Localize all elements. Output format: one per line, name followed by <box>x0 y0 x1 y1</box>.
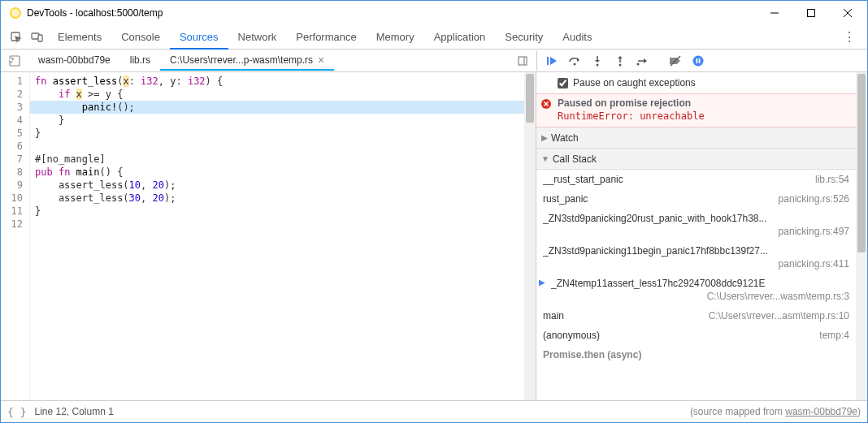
stack-frame[interactable]: ▶_ZN4temp11assert_less17hc29247008ddc912… <box>536 274 856 306</box>
watch-section-header[interactable]: ▶ Watch <box>536 127 856 149</box>
stack-frame-function: rust_panic <box>543 193 588 205</box>
pause-on-caught-checkbox[interactable] <box>558 78 568 88</box>
line-number[interactable]: 10 <box>1 192 29 205</box>
close-tab-icon[interactable]: × <box>318 50 324 70</box>
panel-tab-console[interactable]: Console <box>111 25 170 50</box>
overflow-menu-icon[interactable]: ⋮ <box>836 29 862 45</box>
svg-point-19 <box>637 63 640 65</box>
line-number[interactable]: 2 <box>1 88 29 101</box>
line-number[interactable]: 12 <box>1 218 29 231</box>
line-number[interactable]: 7 <box>1 153 29 166</box>
code-line[interactable]: } <box>30 205 536 218</box>
minimize-button[interactable] <box>756 2 792 24</box>
window-titlebar: DevTools - localhost:5000/temp <box>1 1 867 25</box>
panel-tab-network[interactable]: Network <box>228 25 287 50</box>
line-number[interactable]: 9 <box>1 179 29 192</box>
stack-frame-location[interactable]: lib.rs:54 <box>815 174 849 185</box>
app-icon <box>9 6 22 19</box>
callstack-section-label: Call Stack <box>553 153 597 165</box>
pause-on-exceptions-icon[interactable] <box>688 51 708 71</box>
line-number[interactable]: 8 <box>1 166 29 179</box>
file-tab[interactable]: wasm-00bbd79e <box>28 51 120 71</box>
step-over-icon[interactable] <box>565 51 584 71</box>
stack-frame[interactable]: _ZN3std9panicking11begin_panic17hf8bbc13… <box>536 241 856 274</box>
line-number[interactable]: 4 <box>1 114 29 127</box>
line-number[interactable]: 11 <box>1 205 29 218</box>
stack-frame-location[interactable]: C:\Users\rrever...wasm\temp.rs:3 <box>551 291 849 302</box>
svg-rect-12 <box>547 57 549 65</box>
inspect-icon[interactable] <box>6 27 27 48</box>
panel-tab-sources[interactable]: Sources <box>170 25 228 50</box>
file-tab[interactable]: C:\Users\rrever...p-wasm\temp.rs× <box>160 51 334 71</box>
callstack-section-header[interactable]: ▼ Call Stack <box>536 149 856 170</box>
pause-banner: Paused on promise rejection RuntimeError… <box>536 93 856 127</box>
panel-tab-security[interactable]: Security <box>495 25 553 50</box>
code-line[interactable]: fn assert_less(x: i32, y: i32) { <box>30 75 536 88</box>
stack-frame-location[interactable]: panicking.rs:497 <box>543 226 849 237</box>
code-line[interactable]: assert_less(30, 20); <box>30 192 536 205</box>
sidebar-scrollbar[interactable] <box>856 72 867 400</box>
code-line[interactable]: assert_less(10, 20); <box>30 179 536 192</box>
file-tab[interactable]: lib.rs <box>120 51 160 71</box>
source-map-link[interactable]: wasm-00bbd79e <box>785 406 857 417</box>
stack-frame-function: _ZN4temp11assert_less17hc29247008ddc9121… <box>551 278 849 289</box>
line-number[interactable]: 5 <box>1 127 29 140</box>
code-content[interactable]: fn assert_less(x: i32, y: i32) { if x >=… <box>30 72 536 400</box>
code-line[interactable]: panic!(); <box>30 101 536 114</box>
close-button[interactable] <box>829 2 866 24</box>
panel-tab-elements[interactable]: Elements <box>48 25 111 50</box>
code-line[interactable]: pub fn main() { <box>30 166 536 179</box>
svg-point-15 <box>597 63 599 66</box>
pause-on-caught-checkbox-row[interactable]: Pause on caught exceptions <box>536 72 856 93</box>
pretty-print-icon[interactable]: { } <box>7 406 26 418</box>
stack-frame[interactable]: (anonymous)temp:4 <box>536 326 856 345</box>
resume-icon[interactable] <box>542 51 562 71</box>
code-line[interactable] <box>30 218 536 231</box>
pause-on-caught-label: Pause on caught exceptions <box>573 77 696 88</box>
step-into-icon[interactable] <box>588 51 607 71</box>
code-line[interactable] <box>30 140 536 153</box>
source-editor[interactable]: 123456789101112 fn assert_less(x: i32, y… <box>1 72 536 400</box>
line-number[interactable]: 1 <box>1 75 29 88</box>
pause-title: Paused on promise rejection <box>558 97 851 109</box>
code-line[interactable]: if x >= y { <box>30 88 536 101</box>
stack-frame[interactable]: mainC:\Users\rrever...asm\temp.rs:10 <box>536 306 856 326</box>
svg-rect-8 <box>38 35 42 41</box>
stack-frame-location[interactable]: panicking.rs:411 <box>543 258 849 270</box>
stack-frame-function: (anonymous) <box>543 330 600 341</box>
window-title: DevTools - localhost:5000/temp <box>27 7 756 19</box>
line-number[interactable]: 3 <box>1 101 29 114</box>
maximize-button[interactable] <box>792 2 829 24</box>
code-line[interactable]: #[no_mangle] <box>30 153 536 166</box>
panel-tab-application[interactable]: Application <box>424 25 496 50</box>
stack-frame[interactable]: __rust_start_paniclib.rs:54 <box>536 170 856 189</box>
code-line[interactable]: } <box>30 114 536 127</box>
stack-frame-function: _ZN3std9panicking11begin_panic17hf8bbc13… <box>543 245 849 257</box>
step-icon[interactable] <box>633 51 653 71</box>
file-tab-label: C:\Users\rrever...p-wasm\temp.rs <box>170 50 313 70</box>
deactivate-breakpoints-icon[interactable] <box>666 51 685 71</box>
step-out-icon[interactable] <box>610 51 630 71</box>
stack-frame[interactable]: _ZN3std9panicking20rust_panic_with_hook1… <box>536 209 856 241</box>
editor-scrollbar[interactable] <box>524 72 536 400</box>
panel-tabs: ElementsConsoleSourcesNetworkPerformance… <box>48 25 836 50</box>
page-tree-icon[interactable] <box>6 52 24 70</box>
stack-frame-function: _ZN3std9panicking20rust_panic_with_hook1… <box>543 213 849 224</box>
line-number[interactable]: 6 <box>1 140 29 153</box>
code-line[interactable]: } <box>30 127 536 140</box>
watch-section-label: Watch <box>551 132 579 144</box>
file-tab-label: wasm-00bbd79e <box>38 50 111 70</box>
device-toggle-icon[interactable] <box>27 27 48 48</box>
toggle-navigator-icon[interactable] <box>514 52 532 70</box>
panel-tab-performance[interactable]: Performance <box>286 25 366 50</box>
stack-frame-location[interactable]: C:\Users\rrever...asm\temp.rs:10 <box>709 310 849 322</box>
stack-frame[interactable]: rust_panicpanicking.rs:526 <box>536 189 856 209</box>
status-bar: { } Line 12, Column 1 (source mapped fro… <box>1 400 867 422</box>
line-gutter: 123456789101112 <box>1 72 30 400</box>
panel-tab-audits[interactable]: Audits <box>553 25 601 50</box>
expand-icon: ▼ <box>541 154 549 163</box>
panel-tab-memory[interactable]: Memory <box>367 25 424 50</box>
debugger-sidebar: Pause on caught exceptions Paused on pro… <box>536 72 867 400</box>
stack-frame-location[interactable]: panicking.rs:526 <box>779 193 849 205</box>
stack-frame-location[interactable]: temp:4 <box>819 330 849 341</box>
